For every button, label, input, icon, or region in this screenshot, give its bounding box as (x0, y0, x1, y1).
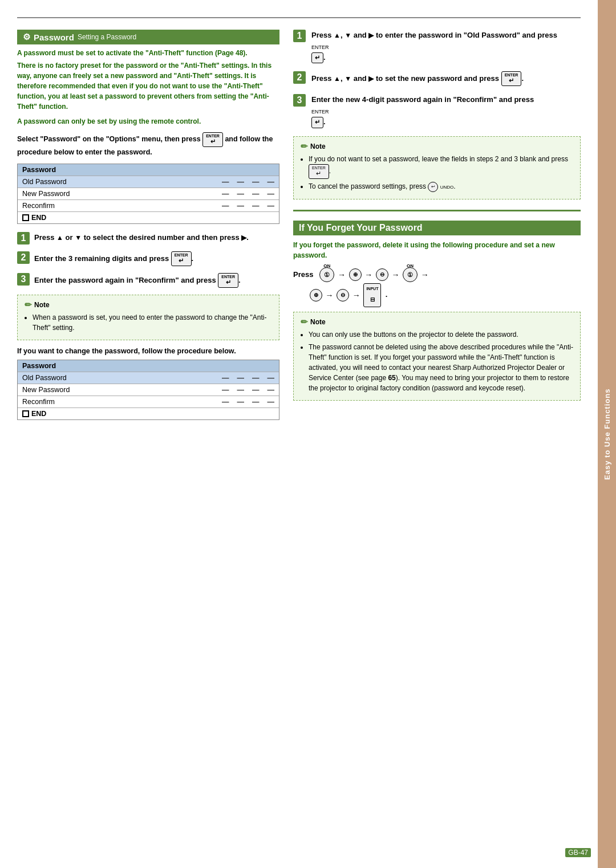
note-item-1: When a password is set, you need to ente… (33, 312, 272, 333)
enter-btn-step2: ENTER↵ (171, 251, 192, 266)
enter-btn-r1: ↵ (311, 52, 323, 63)
step-3: 3 Enter the password again in "Reconfirm… (17, 273, 279, 288)
change-instruction: If you want to change the password, foll… (17, 347, 279, 355)
plus-btn-2: ⊕ (310, 289, 322, 301)
up-tri: ▲ (334, 31, 341, 39)
minus-btn-1: ⊖ (376, 268, 388, 281)
pwd-menu-reconfirm: Reconfirm ———— (18, 200, 279, 212)
warning1: A password must be set to activate the "… (17, 49, 279, 57)
pwd-menu-old-password: Old Password ———— (18, 176, 279, 188)
select-instruction: Select "Password" on the "Options" menu,… (17, 132, 279, 158)
forget-note-1: You can only use the buttons on the proj… (309, 329, 573, 340)
step-1: 1 Press ▲ or ▼ to select the desired num… (17, 232, 279, 244)
right-tri: ▶ (368, 31, 374, 39)
right-tri-2: ▶ (368, 75, 374, 83)
chain-arrow-5: → (326, 291, 334, 300)
top-divider (17, 17, 581, 18)
down-tri-2: ▼ (345, 75, 351, 83)
chain-arrow-6: → (352, 291, 360, 300)
pwd-menu2-header: Password (18, 360, 279, 372)
power-on-btn-1: ① (319, 267, 334, 282)
steps-list-1: 1 Press ▲ or ▼ to select the desired num… (17, 232, 279, 288)
end-square-icon (22, 214, 29, 221)
down-arrow: ▼ (75, 234, 82, 242)
password-icon: ⚙ (23, 32, 30, 42)
end-square-icon-2 (22, 410, 29, 417)
right-step-3: 3 Enter the new 4-digit password again i… (293, 94, 581, 128)
password-section-heading: ⚙ Password Setting a Password (17, 30, 279, 44)
down-tri: ▼ (345, 31, 351, 39)
pwd-menu-end: END (18, 212, 279, 223)
warning2: There is no factory preset for the passw… (17, 60, 279, 112)
right-step-2: 2 Press ▲, ▼ and ▶ to set the new passwo… (293, 71, 581, 86)
pwd-menu2-new-password: New Password ———— (18, 384, 279, 396)
page-number: GB-47 (565, 849, 591, 857)
note-item-r1: If you do not want to set a password, le… (309, 154, 573, 179)
chain-arrow-4: → (421, 270, 429, 279)
pwd-menu2-old-password: Old Password ———— (18, 372, 279, 384)
note-box-3: ✏ Note You can only use the buttons on t… (293, 312, 581, 401)
up-tri-2: ▲ (334, 75, 341, 83)
section-divider (293, 210, 581, 211)
step-2: 2 Enter the 3 remaining digits and press… (17, 251, 279, 266)
forget-note-2: The password cannot be deleted using the… (309, 342, 573, 393)
right-step-1: 1 Press ▲, ▼ and ▶ to enter the password… (293, 30, 581, 63)
enter-btn-note: ENTER↵ (309, 164, 329, 179)
minus-btn-2: ⊖ (337, 289, 349, 301)
enter-btn-inline: ENTER↵ (202, 132, 223, 147)
forget-desc: If you forget the password, delete it us… (293, 240, 581, 260)
undo-btn: ↩ (428, 182, 438, 192)
forget-heading: If You Forget Your Password (293, 221, 581, 235)
plus-btn-1: ⊕ (349, 268, 362, 281)
pwd-menu-header: Password (18, 164, 279, 176)
pwd-menu-new-password: New Password ———— (18, 188, 279, 200)
pwd-menu2-end: END (18, 408, 279, 419)
right-steps: 1 Press ▲, ▼ and ▶ to enter the password… (293, 30, 581, 128)
warning3: A password can only be set by using the … (17, 117, 279, 125)
password-menu-1: Password Old Password ———— New Password … (17, 164, 279, 224)
password-menu-2: Password Old Password ———— New Password … (17, 360, 279, 420)
up-arrow: ▲ (56, 234, 63, 242)
power-on-btn-2: ① (403, 267, 418, 282)
note-item-r2: To cancel the password settings, press ↩… (309, 181, 573, 192)
enter-btn-r3: ↵ (311, 117, 323, 128)
enter-btn-step3: ENTER↵ (218, 273, 238, 288)
note-box-1: ✏ Note When a password is set, you need … (17, 295, 279, 340)
note-icon-1: ✏ (25, 300, 32, 310)
note-box-2: ✏ Note If you do not want to set a passw… (293, 136, 581, 199)
note-icon-2: ✏ (301, 141, 308, 152)
pwd-menu2-reconfirm: Reconfirm ———— (18, 396, 279, 408)
right-arrow: ▶ (241, 234, 246, 242)
chain-arrow-2: → (364, 270, 372, 279)
enter-btn-r2: ENTER↵ (501, 71, 522, 86)
note-icon-3: ✏ (301, 317, 308, 327)
forget-section: If You Forget Your Password If you forge… (293, 221, 581, 401)
chain-arrow-3: → (391, 270, 399, 279)
chain-arrow-1: → (338, 270, 346, 279)
side-tab: Easy to Use Functions (598, 0, 616, 868)
input-btn: INPUT ⊟ (363, 283, 381, 307)
press-sequence: Press ON ① → ⊕ → ⊖ → ON ① (293, 266, 581, 307)
